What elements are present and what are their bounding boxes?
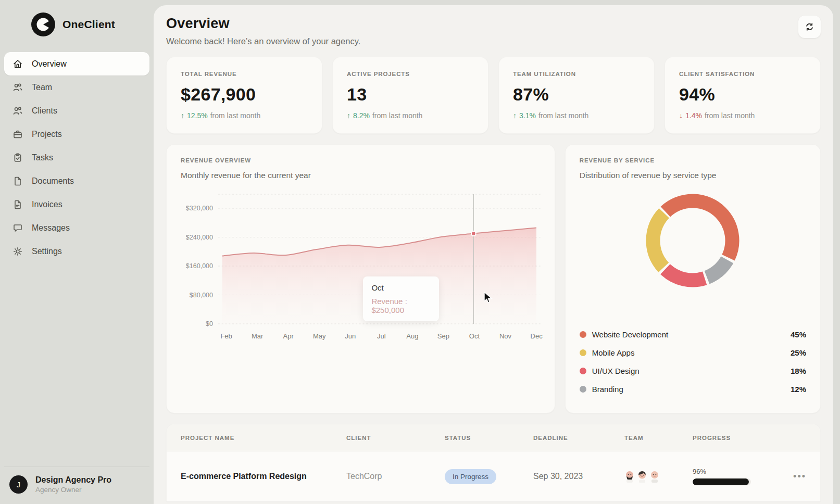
refresh-icon xyxy=(805,22,814,32)
user-profile[interactable]: J Design Agency Pro Agency Owner xyxy=(4,467,149,504)
sidebar-item-documents[interactable]: Documents xyxy=(4,169,149,193)
sidebar-item-label: Settings xyxy=(32,247,62,256)
tooltip-month: Oct xyxy=(371,283,431,292)
tooltip-value: Revenue : $250,000 xyxy=(371,297,431,314)
user-role: Agency Owner xyxy=(35,486,111,494)
y-tick-label: $0 xyxy=(206,320,213,327)
stat-label: CLIENT SATISFACTION xyxy=(679,71,806,77)
user-name: Design Agency Pro xyxy=(35,475,111,485)
team-avatar-3 xyxy=(649,470,660,483)
y-tick-label: $320,000 xyxy=(186,205,213,212)
col-team: TEAM xyxy=(624,435,693,441)
revenue-card-subtitle: Monthly revenue for the current year xyxy=(181,171,541,180)
page-subtitle: Welcome back! Here’s an overview of your… xyxy=(166,36,360,46)
stat-delta: ↓1.4%from last month xyxy=(679,111,806,120)
area-chart-plot[interactable]: Oct Revenue : $250,000 xyxy=(218,193,541,328)
stat-card-team-utilization: TEAM UTILIZATION 87% ↑3.1%from last mont… xyxy=(498,57,655,134)
x-tick-label: Feb xyxy=(220,332,232,340)
status-badge: In Progress xyxy=(445,469,496,484)
x-tick-label: Aug xyxy=(406,332,418,340)
col-progress: PROGRESS xyxy=(693,435,792,441)
delta-suffix: from last month xyxy=(705,111,755,120)
ellipsis-icon[interactable]: ••• xyxy=(793,471,806,482)
project-name: E-commerce Platform Redesign xyxy=(181,472,346,481)
sidebar-item-label: Clients xyxy=(32,106,57,116)
sidebar-item-settings[interactable]: Settings xyxy=(4,240,149,263)
sidebar-nav: Overview Team Clients Projects Tasks xyxy=(4,52,149,263)
delta-suffix: from last month xyxy=(210,111,260,120)
x-tick-label: Oct xyxy=(469,332,480,340)
briefcase-icon xyxy=(12,129,23,140)
progress-label: 96% xyxy=(693,468,792,475)
legend-label: UI/UX Design xyxy=(592,367,640,375)
team-avatars xyxy=(624,470,693,483)
sidebar-item-label: Messages xyxy=(32,223,70,233)
page-header: Overview Welcome back! Here’s an overvie… xyxy=(166,16,821,46)
delta-percent: 1.4% xyxy=(685,111,702,120)
x-tick-label: May xyxy=(313,332,326,340)
charts-row: REVENUE OVERVIEW Monthly revenue for the… xyxy=(166,144,821,413)
sidebar-item-invoices[interactable]: Invoices xyxy=(4,193,149,216)
sidebar-item-projects[interactable]: Projects xyxy=(4,122,149,146)
col-deadline: DEADLINE xyxy=(533,435,624,441)
gear-icon xyxy=(12,246,23,257)
app-root: { "app": { "name": "OneClient" }, "sideb… xyxy=(0,0,840,504)
sidebar-item-label: Overview xyxy=(32,59,67,69)
legend-label: Website Development xyxy=(592,330,668,339)
sidebar-item-clients[interactable]: Clients xyxy=(4,99,149,122)
y-tick-label: $240,000 xyxy=(186,234,213,241)
page-title: Overview xyxy=(166,16,360,32)
refresh-button[interactable] xyxy=(798,16,821,38)
delta-suffix: from last month xyxy=(538,111,588,120)
legend-value: 18% xyxy=(791,367,806,375)
up-arrow-icon: ↑ xyxy=(181,111,184,120)
legend-dot xyxy=(580,368,586,374)
area-chart: $320,000$240,000$160,000$80,000$0 Oct Re… xyxy=(181,193,541,328)
stat-delta: ↑12.5%from last month xyxy=(181,111,308,120)
app-title: OneClient xyxy=(62,18,115,31)
sidebar-item-tasks[interactable]: Tasks xyxy=(4,146,149,169)
x-tick-label: Mar xyxy=(252,332,263,340)
x-tick-label: Sep xyxy=(437,332,449,340)
progress-cell: 96% xyxy=(693,468,792,485)
up-arrow-icon: ↑ xyxy=(347,111,350,120)
stat-label: ACTIVE PROJECTS xyxy=(347,71,474,77)
sidebar-item-team[interactable]: Team xyxy=(4,75,149,99)
x-tick-label: Nov xyxy=(499,332,511,340)
legend-value: 12% xyxy=(791,385,806,394)
sidebar-item-label: Invoices xyxy=(32,200,62,209)
legend-dot xyxy=(580,386,586,393)
legend-item-branding[interactable]: Branding 12% xyxy=(580,380,806,398)
table-row[interactable]: E-commerce Platform Redesign TechCorp In… xyxy=(167,451,820,501)
highlight-dot xyxy=(471,231,476,236)
sidebar-item-overview[interactable]: Overview xyxy=(4,52,149,75)
delta-percent: 3.1% xyxy=(519,111,536,120)
main-panel: Overview Welcome back! Here’s an overvie… xyxy=(154,5,833,504)
service-card-subtitle: Distribution of revenue by service type xyxy=(580,171,806,180)
legend-value: 45% xyxy=(791,330,806,339)
stat-value: $267,900 xyxy=(181,84,308,105)
progress-track xyxy=(693,478,751,485)
delta-suffix: from last month xyxy=(372,111,422,120)
stat-value: 87% xyxy=(513,84,640,105)
col-client: CLIENT xyxy=(346,435,445,441)
x-tick-label: Apr xyxy=(283,332,294,340)
stat-delta: ↑8.2%from last month xyxy=(347,111,474,120)
stats-row: TOTAL REVENUE $267,900 ↑12.5%from last m… xyxy=(166,57,821,134)
progress-bar-fill xyxy=(693,478,749,485)
delta-percent: 12.5% xyxy=(187,111,208,120)
users-icon xyxy=(12,106,23,116)
legend-item-uiux-design[interactable]: UI/UX Design 18% xyxy=(580,362,806,380)
sidebar-item-messages[interactable]: Messages xyxy=(4,216,149,240)
legend-value: 25% xyxy=(791,348,806,357)
legend-item-mobile-apps[interactable]: Mobile Apps 25% xyxy=(580,344,806,362)
sidebar-item-label: Projects xyxy=(32,130,62,139)
y-tick-label: $80,000 xyxy=(190,292,213,299)
donut-chart[interactable] xyxy=(635,183,750,298)
stat-delta: ↑3.1%from last month xyxy=(513,111,640,120)
legend-item-website-development[interactable]: Website Development 45% xyxy=(580,325,806,344)
x-tick-label: Jul xyxy=(377,332,386,340)
project-deadline: Sep 30, 2023 xyxy=(533,472,624,481)
x-tick-label: Jun xyxy=(345,332,356,340)
stat-card-total-revenue: TOTAL REVENUE $267,900 ↑12.5%from last m… xyxy=(166,57,322,134)
